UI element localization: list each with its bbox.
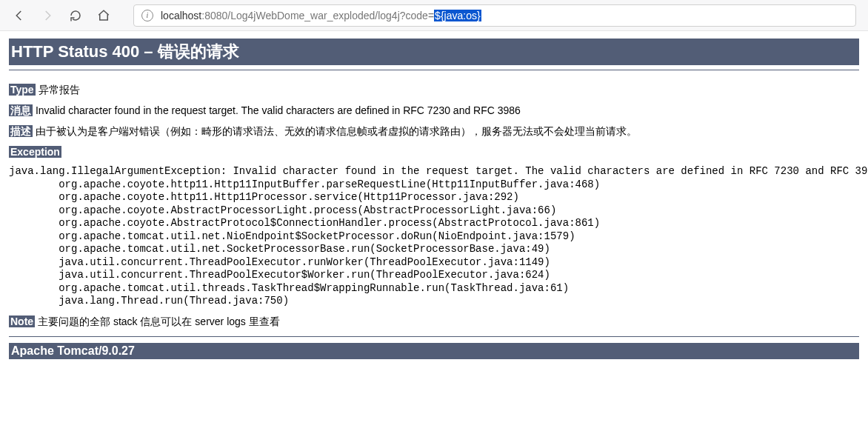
refresh-button[interactable] (68, 8, 83, 23)
url-host: localhost (161, 10, 201, 21)
url-text: localhost:8080/Log4jWebDome_war_exploded… (161, 10, 481, 21)
message-row: 消息 Invalid character found in the reques… (9, 104, 859, 118)
message-label: 消息 (9, 104, 33, 116)
status-title: HTTP Status 400 – 错误的请求 (9, 39, 859, 65)
forward-button[interactable] (40, 8, 55, 23)
note-label: Note (9, 316, 35, 327)
exception-label: Exception (9, 146, 61, 158)
back-button[interactable] (12, 8, 27, 23)
description-value: 由于被认为是客户端对错误（例如：畸形的请求语法、无效的请求信息帧或者虚拟的请求路… (33, 125, 637, 137)
stack-trace: java.lang.IllegalArgumentException: Inva… (9, 165, 859, 308)
type-row: Type 异常报告 (9, 84, 859, 97)
exception-row: Exception (9, 146, 859, 158)
message-value: Invalid character found in the request t… (33, 104, 521, 116)
note-value: 主要问题的全部 stack 信息可以在 server logs 里查看 (35, 316, 280, 327)
site-info-icon[interactable]: i (141, 10, 153, 21)
divider-bottom (9, 336, 859, 337)
page-content: HTTP Status 400 – 错误的请求 Type 异常报告 消息 Inv… (0, 31, 868, 374)
url-selection: ${java:os} (434, 10, 481, 21)
server-footer: Apache Tomcat/9.0.27 (9, 343, 859, 359)
address-bar[interactable]: i localhost:8080/Log4jWebDome_war_explod… (133, 4, 856, 27)
url-port: :8080 (201, 10, 227, 21)
home-button[interactable] (96, 8, 111, 23)
description-label: 描述 (9, 125, 33, 137)
browser-toolbar: i localhost:8080/Log4jWebDome_war_explod… (0, 0, 868, 31)
description-row: 描述 由于被认为是客户端对错误（例如：畸形的请求语法、无效的请求信息帧或者虚拟的… (9, 125, 859, 138)
note-row: Note 主要问题的全部 stack 信息可以在 server logs 里查看 (9, 316, 859, 329)
divider (9, 70, 859, 70)
type-label: Type (9, 84, 36, 96)
type-value: 异常报告 (36, 84, 80, 96)
url-path: /Log4jWebDome_war_exploded/log4j?code= (227, 10, 434, 21)
